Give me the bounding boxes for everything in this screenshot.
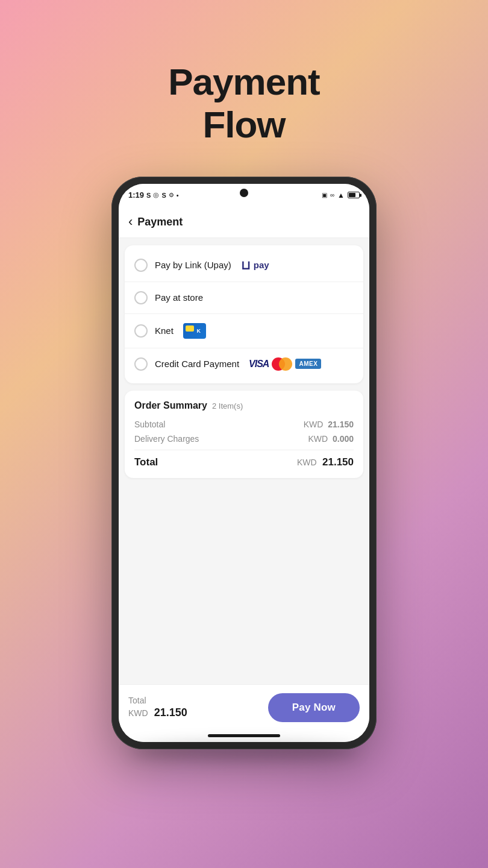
status-icon-s2: S (161, 192, 166, 199)
knet-logo-icon: K (183, 323, 206, 339)
total-label: Total (134, 456, 158, 468)
payment-option-credit[interactable]: Credit Card Payment VISA AMEX (125, 348, 363, 380)
home-bar (208, 734, 280, 737)
subtotal-value: KWD 21.150 (304, 420, 354, 429)
option-label-store: Pay at store (155, 292, 203, 303)
gray-spacer (119, 485, 369, 606)
subtotal-label: Subtotal (134, 420, 165, 429)
bottom-total-label: Total (128, 696, 187, 705)
upay-logo-wrapper: ⊔ pay (241, 258, 269, 272)
wifi-icon: ▲ (337, 191, 345, 200)
mc-circle-right (279, 357, 292, 371)
order-divider (134, 450, 354, 450)
option-label-upay: Pay by Link (Upay) (155, 260, 231, 270)
top-nav: ‹ Payment (119, 207, 369, 238)
total-row: Total KWD 21.150 (134, 456, 354, 468)
subtotal-row: Subtotal KWD 21.150 (134, 420, 354, 429)
camera-notch (240, 189, 248, 197)
card-logos-wrapper: VISA AMEX (249, 357, 321, 371)
upay-bracket-icon: ⊔ (241, 258, 251, 272)
screen-content[interactable]: Pay by Link (Upay) ⊔ pay Pay at store (119, 238, 369, 684)
page-title: Payment Flow (168, 60, 319, 146)
payment-option-upay[interactable]: Pay by Link (Upay) ⊔ pay (125, 249, 363, 282)
battery-icon (348, 192, 360, 198)
payment-option-knet[interactable]: Knet K (125, 314, 363, 348)
phone-screen: 1:19 S ◎ S ⚙ • ▣ ∞ ▲ (119, 184, 369, 742)
upay-text-icon: pay (254, 260, 269, 270)
radio-upay[interactable] (134, 259, 148, 272)
radio-store[interactable] (134, 291, 148, 304)
mastercard-logo-icon (272, 357, 292, 371)
option-label-knet: Knet (155, 326, 174, 336)
back-button[interactable]: ‹ (128, 214, 133, 230)
order-summary-count: 2 Item(s) (212, 401, 243, 410)
radio-credit[interactable] (134, 357, 148, 371)
visa-logo-icon: VISA (249, 359, 269, 370)
link-icon: ∞ (330, 192, 334, 198)
order-summary-card: Order Summary 2 Item(s) Subtotal KWD 21.… (125, 391, 363, 478)
status-icon-s1: S (146, 192, 151, 199)
order-summary-title: Order Summary (134, 400, 207, 411)
nav-title: Payment (137, 216, 183, 228)
option-label-credit: Credit Card Payment (155, 359, 239, 369)
status-icon-circle: ◎ (153, 191, 159, 199)
bottom-bar: Total KWD 21.150 Pay Now (119, 684, 369, 731)
phone-mockup: 1:19 S ◎ S ⚙ • ▣ ∞ ▲ (111, 177, 377, 749)
phone-shadow (130, 742, 358, 760)
bottom-total-value: KWD 21.150 (128, 706, 187, 719)
cast-icon: ▣ (322, 192, 327, 198)
delivery-row: Delivery Charges KWD 0.000 (134, 434, 354, 444)
status-time: 1:19 (128, 190, 144, 200)
total-value: KWD 21.150 (297, 456, 354, 468)
status-icon-gear: ⚙ (169, 192, 174, 198)
radio-knet[interactable] (134, 324, 148, 338)
status-dot: • (177, 192, 179, 199)
order-summary-header: Order Summary 2 Item(s) (134, 400, 354, 411)
delivery-label: Delivery Charges (134, 434, 199, 444)
payment-options-card: Pay by Link (Upay) ⊔ pay Pay at store (125, 245, 363, 383)
bottom-total-section: Total KWD 21.150 (128, 696, 187, 719)
delivery-value: KWD 0.000 (308, 434, 354, 444)
amex-logo-icon: AMEX (295, 359, 321, 369)
payment-option-store[interactable]: Pay at store (125, 282, 363, 314)
pay-now-button[interactable]: Pay Now (268, 693, 360, 722)
home-indicator (119, 731, 369, 742)
knet-logo-wrapper: K (183, 323, 206, 339)
phone-frame: 1:19 S ◎ S ⚙ • ▣ ∞ ▲ (111, 177, 377, 749)
